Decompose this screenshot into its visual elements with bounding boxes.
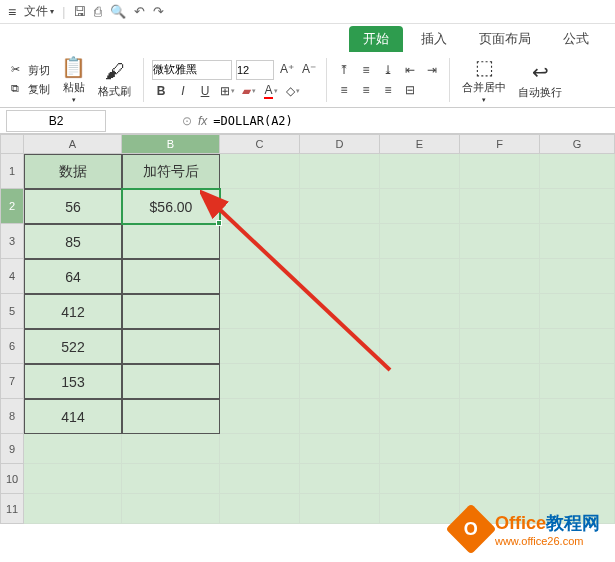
- cell-a7[interactable]: 153: [24, 364, 122, 399]
- copy-button[interactable]: ⧉复制: [8, 81, 53, 98]
- cell[interactable]: [540, 364, 615, 399]
- indent-right-icon[interactable]: ⇥: [423, 61, 441, 79]
- cell[interactable]: [300, 154, 380, 189]
- cell[interactable]: [220, 294, 300, 329]
- cell[interactable]: [540, 294, 615, 329]
- row-header[interactable]: 8: [0, 399, 24, 434]
- cell-a2[interactable]: 56: [24, 189, 122, 224]
- row-header[interactable]: 5: [0, 294, 24, 329]
- underline-icon[interactable]: U: [196, 82, 214, 100]
- tab-insert[interactable]: 插入: [407, 26, 461, 52]
- cut-button[interactable]: ✂剪切: [8, 62, 53, 79]
- cell[interactable]: [220, 434, 300, 464]
- row-header[interactable]: 4: [0, 259, 24, 294]
- col-header-f[interactable]: F: [460, 134, 540, 154]
- search-icon[interactable]: ⊙: [182, 114, 192, 128]
- cell[interactable]: [380, 294, 460, 329]
- fill-handle[interactable]: [216, 220, 222, 226]
- cell-a4[interactable]: 64: [24, 259, 122, 294]
- name-box[interactable]: B2: [6, 110, 106, 132]
- cell[interactable]: [220, 259, 300, 294]
- align-middle-icon[interactable]: ≡: [357, 61, 375, 79]
- row-header[interactable]: 2: [0, 189, 24, 224]
- align-center-icon[interactable]: ≡: [357, 81, 375, 99]
- row-header[interactable]: 9: [0, 434, 24, 464]
- cell[interactable]: [300, 494, 380, 524]
- border-icon[interactable]: ⊞: [218, 82, 236, 100]
- cell[interactable]: [220, 224, 300, 259]
- cell[interactable]: [300, 464, 380, 494]
- cell[interactable]: [122, 434, 220, 464]
- menu-icon[interactable]: ≡: [8, 4, 16, 20]
- cell[interactable]: [460, 464, 540, 494]
- col-header-d[interactable]: D: [300, 134, 380, 154]
- cell[interactable]: [380, 259, 460, 294]
- cell[interactable]: [540, 329, 615, 364]
- cell[interactable]: [300, 399, 380, 434]
- align-bottom-icon[interactable]: ⤓: [379, 61, 397, 79]
- font-color-icon[interactable]: A: [262, 82, 280, 100]
- cell[interactable]: [220, 364, 300, 399]
- cell[interactable]: [540, 259, 615, 294]
- font-name-select[interactable]: [152, 60, 232, 80]
- cell[interactable]: [24, 494, 122, 524]
- cell[interactable]: [460, 434, 540, 464]
- preview-icon[interactable]: 🔍: [110, 4, 126, 19]
- cell[interactable]: [460, 399, 540, 434]
- cell[interactable]: [300, 364, 380, 399]
- row-header[interactable]: 6: [0, 329, 24, 364]
- cell-a1[interactable]: 数据: [24, 154, 122, 189]
- merge-icon[interactable]: ⊟: [401, 81, 419, 99]
- cell[interactable]: [380, 434, 460, 464]
- row-header[interactable]: 1: [0, 154, 24, 189]
- cell[interactable]: [540, 154, 615, 189]
- row-header[interactable]: 7: [0, 364, 24, 399]
- save-icon[interactable]: 🖫: [73, 4, 86, 19]
- cell[interactable]: [380, 399, 460, 434]
- col-header-c[interactable]: C: [220, 134, 300, 154]
- cell[interactable]: [460, 364, 540, 399]
- col-header-g[interactable]: G: [540, 134, 615, 154]
- cell[interactable]: [540, 399, 615, 434]
- row-header[interactable]: 10: [0, 464, 24, 494]
- undo-icon[interactable]: ↶: [134, 4, 145, 19]
- redo-icon[interactable]: ↷: [153, 4, 164, 19]
- cell[interactable]: [300, 189, 380, 224]
- cell[interactable]: [24, 464, 122, 494]
- cell[interactable]: [540, 464, 615, 494]
- cell[interactable]: [220, 154, 300, 189]
- cell[interactable]: [220, 399, 300, 434]
- align-right-icon[interactable]: ≡: [379, 81, 397, 99]
- merge-center-button[interactable]: ⬚合并居中▾: [458, 53, 510, 106]
- fill-color-icon[interactable]: ▰: [240, 82, 258, 100]
- fx-icon[interactable]: fx: [198, 114, 207, 128]
- cell-a5[interactable]: 412: [24, 294, 122, 329]
- cell-b3[interactable]: [122, 224, 220, 259]
- cell[interactable]: [220, 464, 300, 494]
- cell-b2-selected[interactable]: $56.00: [122, 189, 220, 224]
- increase-font-icon[interactable]: A⁺: [278, 60, 296, 78]
- cell[interactable]: [300, 434, 380, 464]
- cell-style-icon[interactable]: ◇: [284, 82, 302, 100]
- cell[interactable]: [220, 189, 300, 224]
- italic-icon[interactable]: I: [174, 82, 192, 100]
- cell[interactable]: [460, 189, 540, 224]
- cell-b7[interactable]: [122, 364, 220, 399]
- cell-b5[interactable]: [122, 294, 220, 329]
- cell[interactable]: [380, 329, 460, 364]
- select-all-corner[interactable]: [0, 134, 24, 154]
- format-painter-button[interactable]: 🖌格式刷: [94, 58, 135, 101]
- row-header[interactable]: 11: [0, 494, 24, 524]
- cell-b4[interactable]: [122, 259, 220, 294]
- tab-start[interactable]: 开始: [349, 26, 403, 52]
- cell[interactable]: [300, 224, 380, 259]
- auto-wrap-button[interactable]: ↩自动换行: [514, 58, 566, 102]
- cell[interactable]: [380, 494, 460, 524]
- cell[interactable]: [540, 434, 615, 464]
- paste-button[interactable]: 📋粘贴▾: [57, 53, 90, 106]
- cell[interactable]: [380, 224, 460, 259]
- cell[interactable]: [122, 464, 220, 494]
- cell[interactable]: [460, 329, 540, 364]
- font-size-select[interactable]: [236, 60, 274, 80]
- tab-layout[interactable]: 页面布局: [465, 26, 545, 52]
